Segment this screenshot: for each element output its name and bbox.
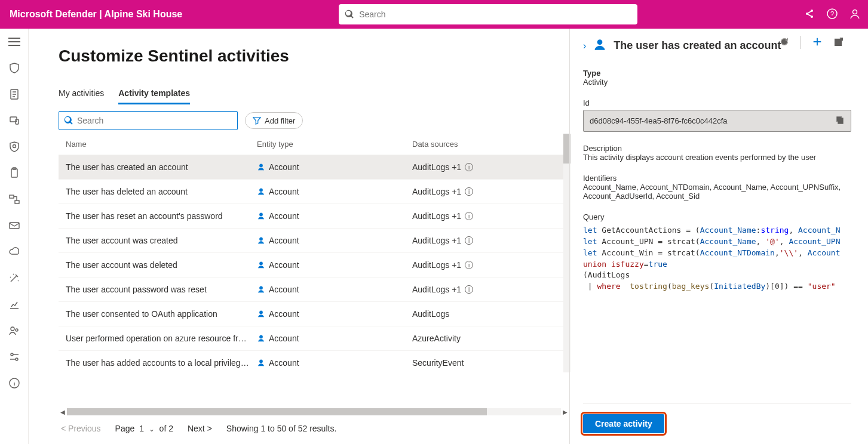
tab-activity-templates[interactable]: Activity templates — [118, 84, 190, 104]
row-sources: AuditLogs — [412, 309, 562, 319]
table-row[interactable]: The user has reset an account's password… — [59, 204, 569, 228]
shield-check-icon[interactable] — [8, 141, 20, 153]
tab-my-activities[interactable]: My activities — [59, 84, 104, 104]
row-entity: Account — [257, 358, 412, 368]
table-row[interactable]: The user account was deletedAccountAudit… — [59, 252, 569, 277]
table-row[interactable]: The user has created an accountAccountAu… — [59, 155, 569, 179]
horizontal-scrollbar[interactable]: ◀ ▶ — [59, 407, 569, 417]
person-icon — [257, 334, 265, 343]
devices-icon[interactable] — [8, 115, 20, 127]
query-label: Query — [583, 212, 851, 221]
info-icon[interactable]: i — [465, 212, 473, 220]
description-value: This activity displays account creation … — [583, 153, 851, 162]
row-name: The user account was deleted — [66, 260, 257, 270]
svg-rect-12 — [10, 195, 14, 198]
info-icon[interactable]: i — [465, 261, 473, 269]
mail-icon[interactable] — [8, 220, 20, 232]
document-icon[interactable] — [8, 88, 20, 100]
id-field[interactable]: d6d08c94-455f-4ea5-8f76-fc6c0c442cfa — [583, 110, 851, 132]
app-title: Microsoft Defender | Alpine Ski House — [10, 9, 182, 20]
col-sources[interactable]: Data sources — [412, 140, 562, 149]
col-entity[interactable]: Entity type — [257, 140, 412, 149]
detail-panel: › The user has created an account Type A… — [569, 29, 868, 444]
connect-icon[interactable] — [8, 193, 20, 205]
pager-showing: Showing 1 to 50 of 52 results. — [226, 424, 336, 433]
info-icon[interactable] — [8, 377, 20, 389]
tabs: My activities Activity templates — [59, 84, 569, 105]
svg-point-5 — [853, 10, 857, 14]
clipboard-icon[interactable] — [8, 167, 20, 179]
row-sources: AuditLogs +1i — [412, 285, 562, 294]
row-name: The user has created an account — [66, 162, 257, 172]
row-name: The user account was created — [66, 236, 257, 245]
people-icon[interactable] — [8, 325, 20, 337]
left-nav-rail — [0, 29, 29, 444]
svg-point-30 — [598, 40, 602, 44]
search-icon — [64, 116, 73, 125]
info-icon[interactable]: i — [465, 236, 473, 245]
row-sources: AuditLogs +1i — [412, 211, 562, 221]
row-name: The user has reset an account's password — [66, 211, 257, 221]
hamburger-icon[interactable] — [8, 36, 20, 48]
svg-point-17 — [11, 353, 13, 356]
table-row[interactable]: User performed operation on azure resour… — [59, 326, 569, 350]
search-icon — [345, 10, 354, 19]
svg-point-28 — [260, 335, 263, 338]
svg-point-21 — [260, 164, 263, 167]
row-entity: Account — [257, 285, 412, 294]
row-name: The user account password was reset — [66, 285, 257, 294]
help-icon[interactable]: ? — [826, 8, 838, 21]
row-entity: Account — [257, 334, 412, 343]
svg-point-24 — [260, 238, 263, 240]
id-label: Id — [583, 98, 851, 107]
share-icon[interactable] — [803, 8, 815, 21]
svg-point-18 — [16, 358, 18, 360]
pager-next[interactable]: Next > — [188, 424, 212, 433]
id-value: d6d08c94-455f-4ea5-8f76-fc6c0c442cfa — [590, 116, 728, 125]
table-row[interactable]: The user has deleted an accountAccountAu… — [59, 179, 569, 204]
col-name[interactable]: Name — [66, 140, 257, 149]
table-row[interactable]: The user has added accounts to a local p… — [59, 350, 569, 375]
add-filter-label: Add filter — [265, 116, 295, 125]
person-icon — [257, 212, 265, 220]
table-row[interactable]: The user account was createdAccountAudit… — [59, 228, 569, 252]
global-search-input[interactable] — [359, 10, 631, 19]
shield-icon[interactable] — [8, 62, 20, 74]
filter-icon — [253, 116, 261, 125]
person-icon — [257, 163, 265, 171]
list-search[interactable] — [59, 111, 238, 130]
info-icon[interactable]: i — [465, 163, 473, 171]
chart-icon[interactable] — [8, 298, 20, 310]
svg-point-29 — [260, 360, 263, 363]
svg-point-23 — [260, 213, 263, 216]
pager-previous[interactable]: < Previous — [61, 424, 101, 433]
row-sources: AuditLogs +1i — [412, 162, 562, 172]
row-name: The user consented to OAuth application — [66, 309, 257, 319]
info-icon[interactable]: i — [465, 285, 473, 294]
create-activity-button[interactable]: Create activity — [583, 414, 664, 433]
global-search[interactable] — [339, 4, 637, 24]
settings-icon[interactable] — [8, 351, 20, 363]
svg-point-22 — [260, 189, 263, 192]
row-sources: AuditLogs +1i — [412, 236, 562, 245]
cloud-icon[interactable] — [8, 246, 20, 258]
info-icon[interactable]: i — [465, 187, 473, 196]
list-search-input[interactable] — [77, 116, 232, 125]
row-entity: Account — [257, 236, 412, 245]
chevron-right-icon[interactable]: › — [583, 41, 586, 51]
copy-icon[interactable] — [835, 115, 845, 127]
pager-page: Page 1 ⌄ of 2 — [115, 424, 173, 433]
detail-title: The user has created an account — [614, 39, 781, 52]
svg-point-15 — [11, 327, 14, 331]
wand-icon[interactable] — [8, 272, 20, 284]
person-icon — [257, 285, 265, 294]
table-row[interactable]: The user account password was resetAccou… — [59, 277, 569, 301]
svg-point-27 — [260, 311, 263, 314]
chevron-down-icon[interactable]: ⌄ — [149, 425, 155, 433]
account-icon[interactable] — [849, 8, 861, 21]
query-code: let GetAccountActions = (Account_Name:st… — [583, 225, 851, 292]
add-filter-button[interactable]: Add filter — [245, 112, 303, 129]
table-row[interactable]: The user consented to OAuth applicationA… — [59, 301, 569, 326]
top-bar: Microsoft Defender | Alpine Ski House ? — [0, 0, 868, 29]
row-sources: SecurityEvent — [412, 358, 562, 368]
